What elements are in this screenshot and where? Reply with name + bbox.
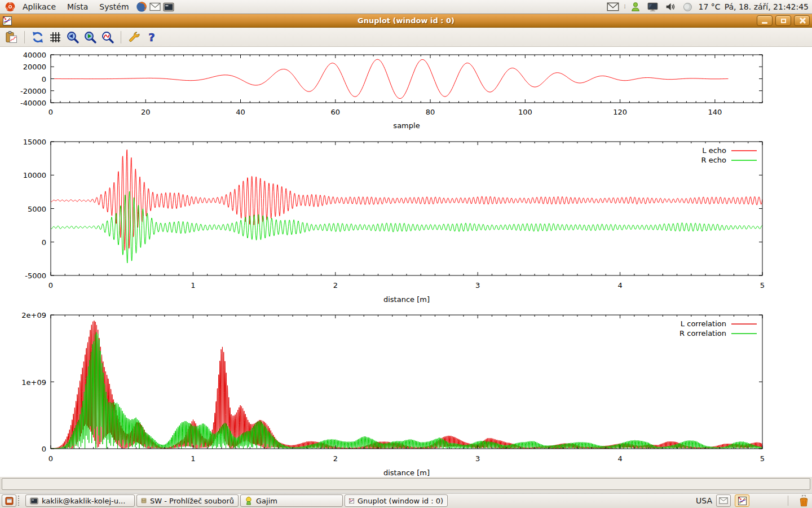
copy-plot-icon xyxy=(5,30,18,44)
grid-icon xyxy=(48,30,62,44)
file-manager-icon xyxy=(141,497,147,505)
help-button[interactable]: ? xyxy=(144,29,159,45)
taskbar-button-label: SW - Prohlížeč souborů xyxy=(150,497,234,505)
mail-tray-button[interactable] xyxy=(716,494,731,507)
window-statusbar xyxy=(2,478,810,490)
overcast-moon-icon xyxy=(683,2,692,12)
envelope-icon xyxy=(607,2,619,11)
svg-text:sample: sample xyxy=(393,121,420,130)
svg-text:L echo: L echo xyxy=(702,146,726,155)
applet-drag-handle[interactable]: ⁞ xyxy=(624,4,624,10)
gnome-bottom-panel: kaklik@kaklik-kolej-u... SW - Prohlížeč … xyxy=(0,493,812,508)
svg-text:100: 100 xyxy=(518,108,532,116)
taskbar-button-terminal[interactable]: kaklik@kaklik-kolej-u... xyxy=(25,494,135,507)
svg-text:0: 0 xyxy=(48,108,53,116)
terminal-icon xyxy=(30,497,38,505)
svg-text:80: 80 xyxy=(426,108,435,116)
zoom-previous-icon xyxy=(66,30,80,44)
wrench-icon xyxy=(127,30,141,44)
ubuntu-menu-icon[interactable] xyxy=(3,1,17,13)
svg-text:-40000: -40000 xyxy=(20,99,46,107)
gnuplot-icon xyxy=(349,497,354,505)
gnuplot-icon xyxy=(738,497,747,505)
close-button[interactable] xyxy=(794,15,810,26)
maximize-button[interactable] xyxy=(775,15,791,26)
svg-text:3: 3 xyxy=(475,454,480,463)
copy-to-clipboard-button[interactable] xyxy=(4,29,19,45)
svg-text:60: 60 xyxy=(331,108,341,116)
taskbar-button-gajim[interactable]: Gajim xyxy=(240,494,343,507)
temperature-indicator[interactable]: 17 °C xyxy=(699,2,721,11)
envelope-icon xyxy=(719,497,728,504)
svg-text:R echo: R echo xyxy=(701,156,726,164)
firefox-launcher[interactable] xyxy=(135,1,148,13)
svg-text:distance [m]: distance [m] xyxy=(383,295,430,304)
show-desktop-button[interactable] xyxy=(2,494,16,507)
zoom-previous-button[interactable] xyxy=(65,29,80,45)
svg-text:0: 0 xyxy=(48,281,53,290)
terminal-icon xyxy=(163,2,174,12)
gnuplot-tray-icon[interactable] xyxy=(735,494,749,507)
zoom-next-icon xyxy=(83,30,97,44)
svg-text:3: 3 xyxy=(475,281,480,290)
menu-applications[interactable]: Aplikace xyxy=(17,1,61,12)
display-applet[interactable] xyxy=(646,1,660,13)
settings-button[interactable] xyxy=(127,29,142,45)
plots-canvas[interactable]: 020406080100120140-40000-200000200004000… xyxy=(0,47,812,477)
menu-system[interactable]: Systém xyxy=(94,1,134,12)
svg-text:20: 20 xyxy=(141,108,151,116)
taskbar-button-file-browser[interactable]: SW - Prohlížeč souborů xyxy=(136,494,239,507)
user-switcher-applet[interactable] xyxy=(629,1,642,13)
svg-text:20000: 20000 xyxy=(23,63,46,71)
minimize-icon xyxy=(762,22,767,24)
svg-text:1e+09: 1e+09 xyxy=(21,378,46,387)
svg-text:?: ? xyxy=(148,30,155,44)
user-icon xyxy=(630,2,641,12)
replot-button[interactable] xyxy=(30,29,45,45)
svg-text:-20000: -20000 xyxy=(20,87,46,95)
svg-text:1: 1 xyxy=(191,454,195,463)
window-bottom-frame xyxy=(0,477,812,492)
tasklist-drag-handle[interactable] xyxy=(18,496,23,506)
ubuntu-logo-icon xyxy=(5,2,15,12)
svg-text:40: 40 xyxy=(236,108,245,116)
monitor-icon xyxy=(647,2,658,12)
keyboard-layout-indicator[interactable]: USA xyxy=(696,496,712,505)
svg-text:2e+09: 2e+09 xyxy=(21,311,46,319)
svg-text:4: 4 xyxy=(617,281,622,290)
close-icon xyxy=(799,17,805,24)
svg-text:-5000: -5000 xyxy=(25,271,46,280)
menu-places[interactable]: Místa xyxy=(61,1,94,12)
minimize-button[interactable] xyxy=(757,15,773,26)
window-titlebar[interactable]: Gnuplot (window id : 0) xyxy=(0,14,812,28)
mail-launcher[interactable] xyxy=(148,1,162,13)
maximize-icon xyxy=(781,19,786,23)
mail-notification-applet[interactable] xyxy=(606,1,620,13)
plot-canvas-area: 020406080100120140-40000-200000200004000… xyxy=(0,47,812,477)
volume-applet[interactable] xyxy=(664,1,677,13)
panel-separator xyxy=(788,496,788,506)
svg-text:5: 5 xyxy=(760,281,765,290)
clock-applet[interactable]: Pá, 18. září, 21:42:45 xyxy=(725,2,809,11)
autoscale-button[interactable] xyxy=(100,29,115,45)
toggle-grid-button[interactable] xyxy=(48,29,63,45)
terminal-launcher[interactable] xyxy=(162,1,175,13)
taskbar-button-label: kaklik@kaklik-kolej-u... xyxy=(42,497,125,505)
svg-text:L correlation: L correlation xyxy=(681,319,726,328)
weather-applet-icon[interactable] xyxy=(681,1,695,13)
gajim-icon xyxy=(245,497,253,505)
mail-icon xyxy=(149,2,161,11)
trash-icon xyxy=(798,495,810,507)
firefox-icon xyxy=(136,1,147,12)
trash-applet[interactable] xyxy=(797,494,810,507)
gnome-top-panel: Aplikace Místa Systém ⁞ xyxy=(0,0,812,14)
gnuplot-window: Gnuplot (window id : 0) xyxy=(0,14,812,493)
autoscale-icon xyxy=(101,30,114,44)
svg-text:5000: 5000 xyxy=(28,205,46,213)
svg-text:R correlation: R correlation xyxy=(679,329,726,338)
show-desktop-icon xyxy=(5,497,14,505)
refresh-icon xyxy=(31,30,45,44)
zoom-next-button[interactable] xyxy=(83,29,98,45)
taskbar-button-label: Gajim xyxy=(256,497,277,505)
taskbar-button-gnuplot[interactable]: Gnuplot (window id : 0) xyxy=(345,494,448,507)
